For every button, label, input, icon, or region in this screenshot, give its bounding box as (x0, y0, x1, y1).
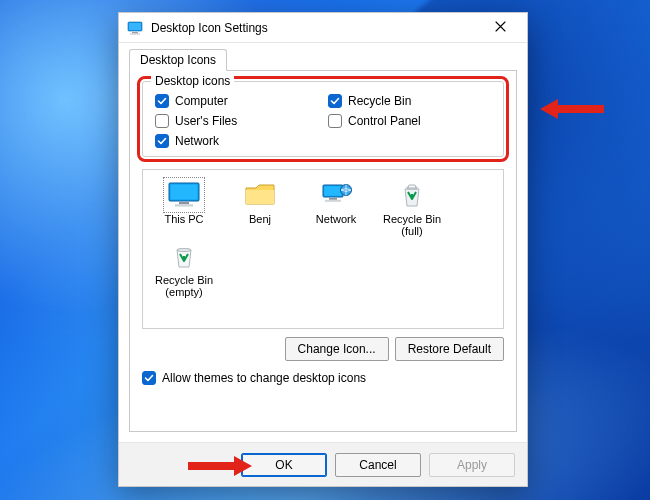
checkbox-users-files[interactable]: User's Files (155, 114, 318, 128)
checkbox-label: Network (175, 134, 219, 148)
dialog-footer: OK Cancel Apply (119, 442, 527, 486)
titlebar: Desktop Icon Settings (119, 13, 527, 43)
checkbox-label: Allow themes to change desktop icons (162, 371, 366, 385)
checkbox-computer[interactable]: Computer (155, 94, 318, 108)
checkbox-box (155, 94, 169, 108)
preview-label: Recycle Bin (empty) (151, 274, 217, 298)
checkbox-label: Computer (175, 94, 228, 108)
preview-label: This PC (151, 213, 217, 225)
icon-preview-area: This PC Benj (142, 169, 504, 329)
preview-this-pc[interactable]: This PC (151, 180, 217, 237)
button-label: Change Icon... (298, 342, 376, 356)
checkbox-label: Recycle Bin (348, 94, 411, 108)
svg-rect-10 (329, 198, 337, 200)
preview-recycle-bin-full[interactable]: Recycle Bin (full) (379, 180, 445, 237)
checkbox-box (328, 114, 342, 128)
checkbox-label: Control Panel (348, 114, 421, 128)
titlebar-icon (127, 20, 143, 36)
svg-rect-1 (129, 23, 141, 30)
dialog-title: Desktop Icon Settings (151, 21, 479, 35)
tab-label: Desktop Icons (140, 53, 216, 67)
preview-user-folder[interactable]: Benj (227, 180, 293, 237)
cancel-button[interactable]: Cancel (335, 453, 421, 477)
button-label: Restore Default (408, 342, 491, 356)
preview-recycle-bin-empty[interactable]: Recycle Bin (empty) (151, 241, 217, 298)
checkbox-recycle-bin[interactable]: Recycle Bin (328, 94, 491, 108)
desktop-icon-settings-dialog: Desktop Icon Settings Desktop Icons Desk… (118, 12, 528, 487)
button-label: Apply (457, 458, 487, 472)
preview-label: Recycle Bin (full) (379, 213, 445, 237)
checkbox-box (328, 94, 342, 108)
button-label: OK (275, 458, 292, 472)
checkbox-box (142, 371, 156, 385)
restore-default-button[interactable]: Restore Default (395, 337, 504, 361)
preview-label: Benj (227, 213, 293, 225)
change-icon-button[interactable]: Change Icon... (285, 337, 389, 361)
svg-rect-5 (171, 185, 198, 200)
close-button[interactable] (479, 15, 521, 41)
svg-rect-11 (325, 200, 341, 202)
network-icon (318, 180, 354, 210)
checkbox-control-panel[interactable]: Control Panel (328, 114, 491, 128)
svg-rect-9 (324, 186, 342, 196)
recycle-bin-full-icon (394, 180, 430, 210)
tabstrip: Desktop Icons (129, 49, 517, 71)
checkbox-box (155, 114, 169, 128)
recycle-bin-empty-icon (166, 241, 202, 271)
dialog-client: Desktop Icons Desktop icons Computer Rec… (119, 43, 527, 442)
button-label: Cancel (359, 458, 396, 472)
desktop-icons-group: Desktop icons Computer Recycle Bin User'… (142, 81, 504, 157)
checkbox-label: User's Files (175, 114, 237, 128)
folder-icon (242, 180, 278, 210)
group-legend: Desktop icons (151, 74, 234, 88)
checkbox-allow-themes[interactable]: Allow themes to change desktop icons (142, 371, 504, 385)
preview-label: Network (303, 213, 369, 225)
tabpage: Desktop icons Computer Recycle Bin User'… (129, 70, 517, 432)
icon-buttons-row: Change Icon... Restore Default (142, 337, 504, 361)
svg-rect-6 (179, 202, 189, 204)
checkbox-network[interactable]: Network (155, 134, 318, 148)
ok-button[interactable]: OK (241, 453, 327, 477)
svg-rect-7 (175, 204, 193, 206)
svg-point-13 (177, 248, 191, 251)
apply-button: Apply (429, 453, 515, 477)
tab-desktop-icons[interactable]: Desktop Icons (129, 49, 227, 71)
preview-network[interactable]: Network (303, 180, 369, 237)
checkbox-box (155, 134, 169, 148)
close-icon (495, 21, 506, 35)
svg-rect-3 (130, 33, 140, 34)
monitor-icon (166, 180, 202, 210)
svg-rect-2 (132, 32, 138, 33)
